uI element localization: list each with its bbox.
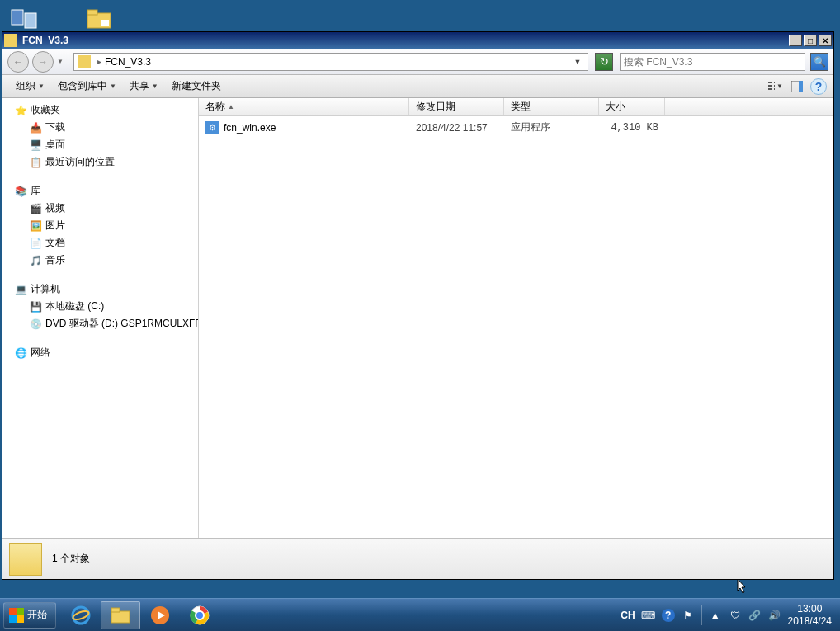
network-icon: 🌐 — [14, 346, 27, 360]
mouse-cursor — [733, 577, 749, 597]
tray-network-icon[interactable]: 🔗 — [748, 609, 762, 622]
file-row[interactable]: ⚙fcn_win.exe 2018/4/22 11:57 应用程序 4,310 … — [199, 116, 833, 139]
music-icon: 🎵 — [29, 254, 42, 267]
star-icon: ⭐ — [14, 104, 27, 117]
column-headers: 名称▲ 修改日期 类型 大小 — [199, 98, 833, 116]
tray-help-icon[interactable]: ? — [662, 609, 675, 622]
svg-rect-4 — [101, 20, 109, 26]
content-area: ⭐收藏夹 📥下载 🖥️桌面 📋最近访问的位置 📚库 🎬视频 🖼️图片 📄文档 🎵… — [2, 98, 833, 538]
taskbar: 开始 CH ⌨ ? ⚑ ▲ 🛡 🔗 🔊 13:00 2018/4/24 — [0, 598, 840, 631]
desktop-app-icon-1[interactable] — [8, 4, 41, 33]
tree-pictures[interactable]: 🖼️图片 — [2, 217, 198, 234]
breadcrumb-separator: ▸ — [97, 57, 101, 66]
file-date: 2018/4/22 11:57 — [409, 119, 504, 136]
dvd-icon: 💿 — [29, 318, 42, 331]
tree-recent[interactable]: 📋最近访问的位置 — [2, 153, 198, 171]
file-name: fcn_win.exe — [224, 122, 276, 134]
tree-computer[interactable]: 💻计算机 — [2, 280, 198, 298]
tree-local-disk[interactable]: 💾本地磁盘 (C:) — [2, 298, 198, 315]
help-button[interactable]: ? — [810, 78, 827, 95]
column-size[interactable]: 大小 — [599, 98, 665, 115]
column-type[interactable]: 类型 — [504, 98, 599, 115]
tray-separator — [701, 605, 702, 625]
folder-icon — [4, 34, 17, 47]
library-icon: 📚 — [14, 185, 27, 198]
tree-downloads[interactable]: 📥下载 — [2, 119, 198, 136]
tray-show-hidden-icon[interactable]: ▲ — [709, 609, 722, 622]
tree-libraries[interactable]: 📚库 — [2, 182, 198, 200]
picture-icon: 🖼️ — [29, 219, 42, 233]
history-dropdown[interactable]: ▼ — [57, 58, 67, 65]
minimize-button[interactable]: _ — [789, 35, 802, 46]
column-date[interactable]: 修改日期 — [409, 98, 504, 115]
titlebar[interactable]: FCN_V3.3 _ □ ✕ — [2, 32, 833, 49]
computer-icon: 💻 — [14, 283, 27, 296]
svg-rect-3 — [87, 10, 97, 15]
breadcrumb-current[interactable]: FCN_V3.3 — [105, 56, 151, 68]
taskbar-chrome[interactable] — [180, 601, 219, 629]
column-name[interactable]: 名称▲ — [199, 98, 409, 115]
taskbar-explorer[interactable] — [101, 601, 140, 629]
document-icon: 📄 — [29, 237, 42, 250]
tree-documents[interactable]: 📄文档 — [2, 234, 198, 252]
tray-security-icon[interactable]: 🛡 — [729, 609, 742, 622]
new-folder-button[interactable]: 新建文件夹 — [165, 77, 228, 96]
file-list: 名称▲ 修改日期 类型 大小 ⚙fcn_win.exe 2018/4/22 11… — [199, 98, 833, 538]
svg-rect-6 — [768, 85, 772, 87]
tree-dvd-drive[interactable]: 💿DVD 驱动器 (D:) GSP1RMCULXFRER_ — [2, 315, 198, 332]
search-button[interactable]: 🔍 — [810, 53, 828, 71]
tray-keyboard-icon[interactable]: ⌨ — [642, 609, 655, 622]
maximize-button[interactable]: □ — [804, 35, 817, 46]
desktop-folder-icon[interactable] — [83, 4, 116, 33]
start-button[interactable]: 开始 — [3, 602, 56, 629]
tree-desktop[interactable]: 🖥️桌面 — [2, 136, 198, 153]
folder-icon — [78, 55, 91, 68]
breadcrumb-dropdown[interactable]: ▼ — [571, 58, 584, 66]
svg-point-21 — [196, 611, 204, 619]
forward-button[interactable]: → — [32, 51, 54, 73]
folder-icon — [9, 543, 42, 576]
status-bar: 1 个对象 — [2, 538, 833, 579]
taskbar-ie[interactable] — [61, 601, 101, 629]
window-controls: _ □ ✕ — [787, 35, 832, 46]
recent-icon: 📋 — [29, 156, 42, 169]
system-tray: CH ⌨ ? ⚑ ▲ 🛡 🔗 🔊 13:00 2018/4/24 — [621, 603, 837, 627]
explorer-window: FCN_V3.3 _ □ ✕ ← → ▼ ▸ FCN_V3.3 ▼ ↻ 🔍 组织… — [2, 31, 834, 580]
share-menu[interactable]: 共享▼ — [123, 77, 165, 96]
search-box[interactable] — [620, 53, 805, 71]
tray-action-icon[interactable]: ⚑ — [682, 609, 695, 622]
search-input[interactable] — [624, 56, 801, 68]
back-button[interactable]: ← — [7, 51, 29, 73]
tray-volume-icon[interactable]: 🔊 — [768, 609, 781, 622]
tree-network[interactable]: 🌐网络 — [2, 344, 198, 361]
exe-icon: ⚙ — [205, 121, 219, 134]
taskbar-clock[interactable]: 13:00 2018/4/24 — [788, 603, 832, 627]
organize-menu[interactable]: 组织▼ — [9, 77, 51, 96]
file-type: 应用程序 — [504, 119, 599, 136]
file-size: 4,310 KB — [599, 119, 665, 136]
tree-favorites[interactable]: ⭐收藏夹 — [2, 101, 198, 119]
disk-icon: 💾 — [29, 300, 42, 313]
svg-rect-15 — [111, 611, 130, 623]
view-options-button[interactable]: ▼ — [767, 78, 784, 95]
ime-indicator[interactable]: CH — [621, 610, 635, 621]
video-icon: 🎬 — [29, 202, 42, 215]
navigation-tree[interactable]: ⭐收藏夹 📥下载 🖥️桌面 📋最近访问的位置 📚库 🎬视频 🖼️图片 📄文档 🎵… — [2, 98, 199, 538]
close-button[interactable]: ✕ — [819, 35, 832, 46]
tree-videos[interactable]: 🎬视频 — [2, 200, 198, 217]
status-text: 1 个对象 — [52, 552, 90, 566]
include-menu[interactable]: 包含到库中▼ — [51, 77, 123, 96]
svg-rect-7 — [768, 88, 772, 90]
svg-rect-1 — [25, 13, 36, 28]
sort-ascending-icon: ▲ — [228, 103, 234, 111]
desktop-icon: 🖥️ — [29, 139, 42, 152]
download-icon: 📥 — [29, 121, 42, 134]
preview-pane-button[interactable] — [789, 78, 805, 95]
breadcrumb[interactable]: ▸ FCN_V3.3 ▼ — [73, 53, 588, 71]
refresh-button[interactable]: ↻ — [595, 53, 613, 71]
taskbar-media-player[interactable] — [140, 601, 180, 629]
file-rows[interactable]: ⚙fcn_win.exe 2018/4/22 11:57 应用程序 4,310 … — [199, 116, 833, 538]
svg-rect-8 — [774, 82, 775, 83]
windows-logo-icon — [9, 608, 24, 623]
tree-music[interactable]: 🎵音乐 — [2, 252, 198, 269]
